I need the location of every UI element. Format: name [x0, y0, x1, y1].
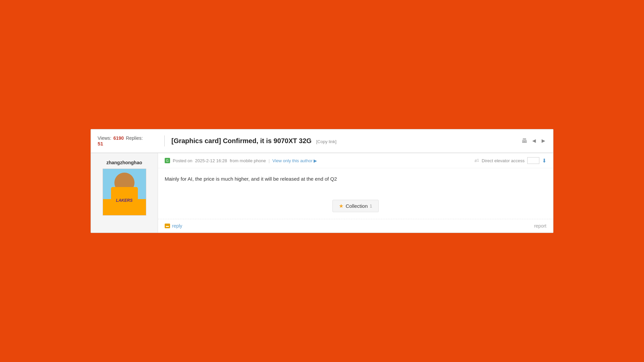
thread-title-text: [Graphics card] Confirmed, it is 9070XT … — [171, 137, 312, 144]
collection-label: Collection — [345, 203, 368, 209]
post-footer: ▬ reply report — [158, 219, 553, 233]
views-count: 6190 — [113, 135, 124, 141]
print-icon[interactable]: 🖶 — [522, 137, 528, 144]
collection-button[interactable]: ★ Collection 1 — [332, 200, 378, 212]
direct-elevator-label: Direct elevator access — [482, 158, 525, 163]
back-icon[interactable]: ◄ — [531, 137, 537, 144]
thread-title: [Graphics card] Confirmed, it is 9070XT … — [171, 137, 522, 145]
post-text: Mainly for AI, the price is much higher,… — [165, 175, 546, 183]
avatar: LAKERS — [103, 169, 146, 216]
header-row: Views: 6190 Replies: 51 [Graphics card] … — [91, 129, 553, 153]
collection-count: 1 — [370, 203, 372, 208]
header-icons: 🖶 ◄ ► — [522, 137, 546, 144]
post-sidebar: zhangzhonghao LAKERS — [91, 153, 158, 233]
replies-label: Replies: — [126, 135, 143, 141]
author-name: zhangzhonghao — [106, 160, 142, 165]
view-arrow-icon: ▶ — [314, 158, 317, 163]
post-row: zhangzhonghao LAKERS G Posted on 2025-2-… — [91, 153, 553, 233]
posted-label: Posted on — [173, 158, 193, 163]
post-number: # 1 — [475, 158, 479, 163]
post-num: 1 — [477, 158, 479, 162]
post-meta-right: # 1 Direct elevator access ⬇ — [475, 157, 546, 164]
views-label: Views: — [98, 135, 111, 141]
post-meta-bar: G Posted on 2025-2-12 16:28 from mobile … — [158, 153, 553, 168]
collection-area: ★ Collection 1 — [158, 193, 553, 219]
from-label: from mobile phone — [230, 158, 266, 163]
view-only-author-link[interactable]: View only this author ▶ — [272, 158, 317, 163]
reply-label: reply — [172, 223, 182, 229]
forward-icon[interactable]: ► — [540, 137, 546, 144]
reply-icon: ▬ — [165, 224, 170, 228]
elevator-input[interactable] — [527, 157, 539, 164]
divider: | — [269, 158, 270, 163]
post-body: Mainly for AI, the price is much higher,… — [158, 168, 553, 186]
reply-button[interactable]: ▬ reply — [165, 223, 182, 229]
replies-count: 51 — [98, 141, 103, 146]
forum-container: Views: 6190 Replies: 51 [Graphics card] … — [91, 129, 553, 233]
report-link[interactable]: report — [534, 223, 546, 229]
star-icon: ★ — [339, 203, 343, 209]
post-date: 2025-2-12 16:28 — [195, 158, 227, 163]
elevator-go-icon[interactable]: ⬇ — [542, 158, 546, 164]
view-only-author-text: View only this author — [272, 158, 313, 163]
post-type-icon: G — [165, 158, 170, 163]
views-replies: Views: 6190 Replies: 51 — [98, 135, 165, 146]
post-content: G Posted on 2025-2-12 16:28 from mobile … — [158, 153, 553, 233]
copy-link[interactable]: [Copy link] — [316, 139, 336, 144]
hash-symbol: # — [475, 158, 477, 163]
